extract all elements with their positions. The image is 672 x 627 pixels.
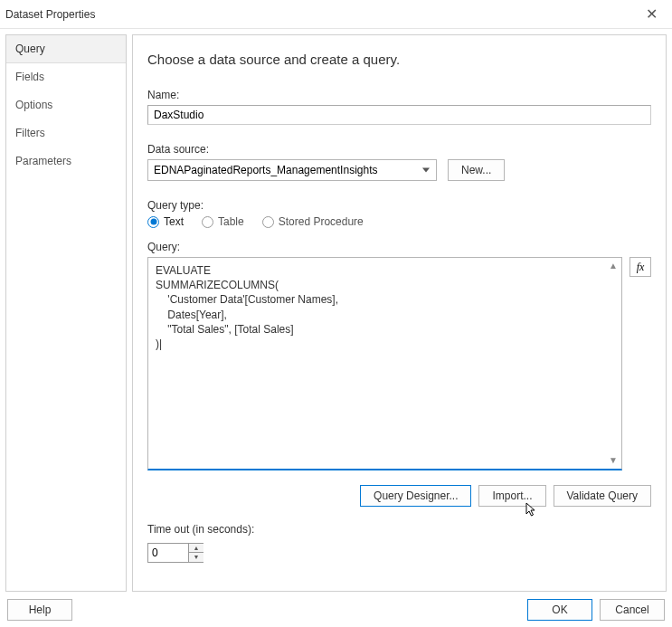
scroll-down-icon[interactable]: ▼ xyxy=(607,454,620,467)
radio-text[interactable]: Text xyxy=(147,215,184,228)
datasource-row: EDNAPaginatedReports_ManagementInsights … xyxy=(147,159,651,181)
cancel-button[interactable]: Cancel xyxy=(600,599,665,621)
datasource-dropdown[interactable]: EDNAPaginatedReports_ManagementInsights xyxy=(147,159,437,181)
sidebar-item-label: Filters xyxy=(15,127,45,139)
close-icon[interactable]: ✕ xyxy=(640,5,663,23)
querytype-group: Text Table Stored Procedure xyxy=(147,215,651,228)
dialog-title: Dataset Properties xyxy=(5,8,95,21)
fx-icon: fx xyxy=(637,261,645,274)
dialog-footer: Help OK Cancel xyxy=(0,592,672,627)
name-input[interactable] xyxy=(147,105,651,125)
sidebar-item-query[interactable]: Query xyxy=(6,35,126,63)
query-textarea-wrap: ▲ ▼ xyxy=(147,257,622,470)
validate-query-button[interactable]: Validate Query xyxy=(554,485,652,507)
radio-label: Stored Procedure xyxy=(279,215,364,228)
radio-label: Text xyxy=(164,215,184,228)
querytype-label: Query type: xyxy=(147,199,651,212)
datasource-label: Data source: xyxy=(147,143,651,156)
radio-icon xyxy=(147,216,159,228)
sidebar-item-fields[interactable]: Fields xyxy=(6,63,126,91)
sidebar-item-parameters[interactable]: Parameters xyxy=(6,147,126,176)
sidebar-item-options[interactable]: Options xyxy=(6,91,126,119)
content: Query Fields Options Filters Parameters … xyxy=(0,29,672,592)
fx-button[interactable]: fx xyxy=(629,257,651,277)
radio-stored-procedure[interactable]: Stored Procedure xyxy=(262,215,364,228)
query-panel: Choose a data source and create a query.… xyxy=(132,34,667,592)
import-button[interactable]: Import... xyxy=(478,485,545,507)
datasource-select[interactable]: EDNAPaginatedReports_ManagementInsights xyxy=(147,159,437,181)
spinner-buttons: ▲ ▼ xyxy=(188,544,203,562)
ok-button[interactable]: OK xyxy=(527,599,592,621)
query-textarea[interactable] xyxy=(148,258,621,469)
sidebar-item-label: Options xyxy=(15,99,52,111)
scroll-up-icon[interactable]: ▲ xyxy=(607,260,620,272)
query-label: Query: xyxy=(147,241,651,253)
radio-icon xyxy=(202,216,213,228)
panel-heading: Choose a data source and create a query. xyxy=(147,52,651,67)
spinner-down-icon[interactable]: ▼ xyxy=(189,553,203,562)
sidebar: Query Fields Options Filters Parameters xyxy=(5,34,127,592)
sidebar-item-filters[interactable]: Filters xyxy=(6,119,126,147)
sidebar-item-label: Fields xyxy=(15,71,44,83)
titlebar: Dataset Properties ✕ xyxy=(0,0,672,29)
radio-table[interactable]: Table xyxy=(202,215,244,228)
radio-label: Table xyxy=(218,215,244,228)
query-designer-button[interactable]: Query Designer... xyxy=(360,485,471,507)
footer-right: OK Cancel xyxy=(527,599,665,621)
name-label: Name: xyxy=(147,89,651,101)
timeout-row: Time out (in seconds): ▲ ▼ xyxy=(147,523,651,563)
timeout-label: Time out (in seconds): xyxy=(147,523,651,536)
query-area: ▲ ▼ fx xyxy=(147,257,651,470)
query-button-row: Query Designer... Import... Validate Que… xyxy=(147,485,651,507)
radio-icon xyxy=(262,216,274,228)
spinner-up-icon[interactable]: ▲ xyxy=(189,544,203,553)
help-button[interactable]: Help xyxy=(7,599,72,621)
sidebar-item-label: Parameters xyxy=(15,155,71,167)
new-datasource-button[interactable]: New... xyxy=(448,159,505,181)
timeout-spinner[interactable]: ▲ ▼ xyxy=(147,543,203,563)
sidebar-item-label: Query xyxy=(15,43,45,55)
timeout-input[interactable] xyxy=(148,544,188,562)
